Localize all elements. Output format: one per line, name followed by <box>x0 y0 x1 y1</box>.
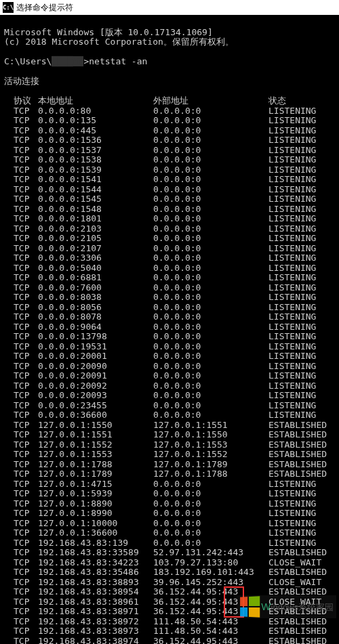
table-row: TCP0.0.0.0:15410.0.0.0:0LISTENING <box>4 175 335 185</box>
table-row: TCP192.168.43.83:3358952.97.131.242:443E… <box>4 548 335 558</box>
section-title: 活动连接 <box>4 76 39 86</box>
terminal-output[interactable]: Microsoft Windows [版本 10.0.17134.1069] (… <box>0 15 339 644</box>
table-row: TCP0.0.0.0:15380.0.0.0:0LISTENING <box>4 155 335 165</box>
table-row: TCP192.168.43.83:35486183.192.169.101:44… <box>4 567 335 578</box>
header-foreign: 外部地址 <box>153 96 268 106</box>
table-row: TCP192.168.43.83:3889339.96.145.252:443C… <box>4 578 335 588</box>
table-row: TCP0.0.0.0:68810.0.0.0:0LISTENING <box>4 273 335 283</box>
table-row: TCP0.0.0.0:15450.0.0.0:0LISTENING <box>4 194 335 205</box>
banner-line-1: Microsoft Windows [版本 10.0.17134.1069] <box>4 27 213 37</box>
windows-logo-icon <box>240 596 260 617</box>
table-row: TCP0.0.0.0:1350.0.0.0:0LISTENING <box>4 116 335 126</box>
table-row: TCP127.0.0.1:88900.0.0.0:0LISTENING <box>4 499 335 509</box>
window-title: 选择命令提示符 <box>16 2 73 14</box>
table-row: TCP0.0.0.0:366000.0.0.0:0LISTENING <box>4 410 335 421</box>
table-row: TCP0.0.0.0:80780.0.0.0:0LISTENING <box>4 312 335 322</box>
table-row: TCP0.0.0.0:18010.0.0.0:0LISTENING <box>4 214 335 224</box>
table-row: TCP0.0.0.0:200900.0.0.0:0LISTENING <box>4 362 335 372</box>
banner-line-2: (c) 2018 Microsoft Corporation。保留所有权利。 <box>4 37 234 47</box>
table-row: TCP0.0.0.0:15440.0.0.0:0LISTENING <box>4 185 335 195</box>
table-row: TCP127.0.0.1:47150.0.0.0:0LISTENING <box>4 479 335 490</box>
table-row: TCP0.0.0.0:50400.0.0.0:0LISTENING <box>4 263 335 274</box>
table-row: TCP0.0.0.0:4450.0.0.0:0LISTENING <box>4 126 335 136</box>
table-row: TCP0.0.0.0:200930.0.0.0:0LISTENING <box>4 391 335 401</box>
table-row: TCP127.0.0.1:1551127.0.0.1:1550ESTABLISH… <box>4 430 335 440</box>
table-row: TCP0.0.0.0:200010.0.0.0:0LISTENING <box>4 351 335 362</box>
table-row: TCP0.0.0.0:21030.0.0.0:0LISTENING <box>4 224 335 234</box>
table-row: TCP192.168.43.83:38973111.48.50.54:443ES… <box>4 626 335 637</box>
header-state: 状态 <box>268 96 335 106</box>
table-row: TCP0.0.0.0:800.0.0.0:0LISTENING <box>4 106 335 116</box>
table-row: TCP127.0.0.1:1789127.0.0.1:1788ESTABLISH… <box>4 469 335 479</box>
table-row: TCP0.0.0.0:21050.0.0.0:0LISTENING <box>4 234 335 244</box>
table-row: TCP127.0.0.1:1552127.0.0.1:1553ESTABLISH… <box>4 440 335 450</box>
table-row: TCP0.0.0.0:15390.0.0.0:0LISTENING <box>4 165 335 175</box>
table-row: TCP0.0.0.0:15360.0.0.0:0LISTENING <box>4 135 335 146</box>
table-row: TCP0.0.0.0:90640.0.0.0:0LISTENING <box>4 322 335 332</box>
table-row: TCP127.0.0.1:366000.0.0.0:0LISTENING <box>4 528 335 538</box>
table-row: TCP127.0.0.1:1788127.0.0.1:1789ESTABLISH… <box>4 460 335 470</box>
table-row: TCP0.0.0.0:200910.0.0.0:0LISTENING <box>4 371 335 381</box>
table-row: TCP127.0.0.1:1553127.0.0.1:1552ESTABLISH… <box>4 450 335 460</box>
netstat-header: 协议本地地址外部地址状态 <box>4 96 335 106</box>
table-row: TCP127.0.0.1:89900.0.0.0:0LISTENING <box>4 509 335 519</box>
netstat-rows: TCP0.0.0.0:800.0.0.0:0LISTENINGTCP0.0.0.… <box>4 106 335 645</box>
command-text: netstat -an <box>89 56 147 66</box>
table-row: TCP192.168.43.83:1390.0.0.0:0LISTENING <box>4 538 335 549</box>
header-proto: 协议 <box>4 96 38 106</box>
table-row: TCP192.168.43.83:3897436.152.44.95:443ES… <box>4 637 335 645</box>
table-row: TCP0.0.0.0:200920.0.0.0:0LISTENING <box>4 381 335 391</box>
table-row: TCP0.0.0.0:33060.0.0.0:0LISTENING <box>4 253 335 263</box>
table-row: TCP0.0.0.0:76000.0.0.0:0LISTENING <box>4 283 335 293</box>
table-row: TCP0.0.0.0:15370.0.0.0:0LISTENING <box>4 146 335 156</box>
table-row: TCP127.0.0.1:1550127.0.0.1:1551ESTABLISH… <box>4 421 335 431</box>
window-titlebar[interactable]: C:\ 选择命令提示符 <box>0 0 339 15</box>
table-row: TCP0.0.0.0:21070.0.0.0:0LISTENING <box>4 244 335 254</box>
table-row: TCP127.0.0.1:100000.0.0.0:0LISTENING <box>4 519 335 529</box>
table-row: TCP0.0.0.0:15480.0.0.0:0LISTENING <box>4 205 335 215</box>
table-row: TCP0.0.0.0:195310.0.0.0:0LISTENING <box>4 342 335 352</box>
header-local: 本地地址 <box>38 96 153 106</box>
table-row: TCP192.168.43.83:34223103.79.27.133:80CL… <box>4 558 335 568</box>
watermark: Windows系统家园 <box>237 595 336 618</box>
table-row: TCP127.0.0.1:59390.0.0.0:0LISTENING <box>4 489 335 499</box>
cmd-icon: C:\ <box>3 2 14 13</box>
table-row: TCP0.0.0.0:80380.0.0.0:0LISTENING <box>4 293 335 303</box>
prompt-line: C:\Users\████ng>netstat -an <box>4 56 147 66</box>
table-row: TCP0.0.0.0:137980.0.0.0:0LISTENING <box>4 332 335 342</box>
table-row: TCP0.0.0.0:234550.0.0.0:0LISTENING <box>4 401 335 411</box>
table-row: TCP0.0.0.0:80560.0.0.0:0LISTENING <box>4 303 335 313</box>
